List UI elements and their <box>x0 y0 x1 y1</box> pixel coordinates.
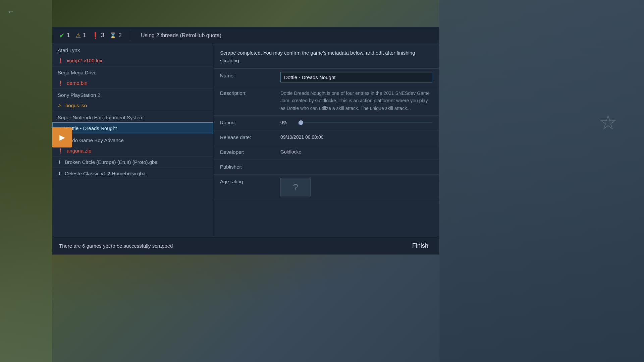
content-area: Atari Lynx ❗ xump2-v100.lnx Sega Mega Dr… <box>52 44 439 237</box>
game-label: Dottie - Dreads Nought <box>65 125 117 131</box>
list-item[interactable]: ⬇ Broken Circle (Europe) (En,It) (Proto)… <box>52 157 213 168</box>
error-icon: ❗ <box>58 58 63 63</box>
age-rating-label: Age rating: <box>220 178 280 184</box>
age-rating-row: Age rating: ? <box>213 175 439 200</box>
game-label: xump2-v100.lnx <box>67 58 102 63</box>
warning-count-item: ⚠ 1 <box>75 32 86 39</box>
rating-row: Rating: 0% <box>213 116 439 130</box>
platform-atari-lynx: Atari Lynx <box>52 44 213 55</box>
metadata-scroll[interactable]: Name: Description: Dottie Dreads Nought … <box>213 69 439 237</box>
error-icon: ❗ <box>58 148 63 154</box>
list-item[interactable]: ⬇ Celeste.Classic.v1.2.Homebrew.gba <box>52 168 213 179</box>
name-label: Name: <box>220 72 280 78</box>
error-count-item: ❗ 3 <box>92 32 104 39</box>
name-row: Name: <box>213 69 439 86</box>
game-label: anguna.zip <box>67 148 91 154</box>
name-input[interactable] <box>280 72 432 82</box>
game-label: Celeste.Classic.v1.2.Homebrew.gba <box>65 171 146 176</box>
platform-sony-ps2: Sony PlayStation 2 <box>52 89 213 100</box>
unknown-rating-icon: ? <box>293 180 298 194</box>
name-value <box>280 72 432 82</box>
status-message: Using 2 threads (RetroHub quota) <box>141 33 221 39</box>
background-right-art <box>439 0 644 362</box>
error-icon: ❗ <box>92 32 99 39</box>
game-label: demo.bin <box>67 80 88 86</box>
bottom-status-message: There are 6 games yet to be successfully… <box>59 243 173 249</box>
rating-control: 0% <box>280 119 432 126</box>
list-item[interactable]: ⚠ bogus.iso <box>52 100 213 111</box>
status-bar: ✔ 1 ⚠ 1 ❗ 3 ⌛ 2 Using 2 threads (RetroHu… <box>52 27 439 44</box>
finish-button[interactable]: Finish <box>408 240 432 251</box>
rating-slider[interactable] <box>298 122 432 123</box>
release-date-row: Release date: 09/10/2021 00:00:00 <box>213 130 439 145</box>
release-date-value: 09/10/2021 00:00:00 <box>280 134 432 141</box>
game-list: Atari Lynx ❗ xump2-v100.lnx Sega Mega Dr… <box>52 44 213 237</box>
platform-gba: Nintendo Game Boy Advance <box>52 134 213 145</box>
download-icon: ⬇ <box>58 171 61 176</box>
platform-snes: Super Nintendo Entertainment System <box>52 111 213 122</box>
age-rating-thumbnail: ? <box>280 178 311 196</box>
age-rating-value: ? <box>280 178 432 196</box>
developer-row: Developer: Goldlocke <box>213 145 439 160</box>
hourglass-count-item: ⌛ 2 <box>110 32 122 39</box>
check-count: 1 <box>67 32 70 39</box>
platform-sega-mega-drive: Sega Mega Drive <box>52 66 213 77</box>
success-count-item: ✔ 1 <box>59 32 70 40</box>
list-item[interactable]: ✔ Dottie - Dreads Nought <box>52 122 213 134</box>
game-label: Broken Circle (Europe) (En,It) (Proto).g… <box>65 159 158 165</box>
rating-thumb <box>299 120 303 125</box>
rating-percentage: 0% <box>280 119 294 126</box>
status-divider <box>130 31 130 41</box>
bottom-bar: There are 6 games yet to be successfully… <box>52 237 439 254</box>
description-row: Description: Dottie Dreads Nought is one… <box>213 86 439 116</box>
warning-icon: ⚠ <box>75 32 81 39</box>
developer-value: Goldlocke <box>280 148 432 156</box>
description-label: Description: <box>220 89 280 96</box>
error-icon: ❗ <box>58 80 63 86</box>
game-label: bogus.iso <box>65 103 87 108</box>
back-arrow-icon[interactable]: ← <box>7 7 15 16</box>
list-item[interactable]: ❗ xump2-v100.lnx <box>52 55 213 66</box>
background-play-button: ▶ <box>52 127 72 147</box>
error-count: 3 <box>101 32 104 39</box>
background-star-icon: ☆ <box>599 111 617 134</box>
list-item[interactable]: ❗ demo.bin <box>52 77 213 89</box>
detail-panel: Scrape completed. You may confirm the ga… <box>213 44 439 237</box>
rating-label: Rating: <box>220 119 280 125</box>
rating-value-area: 0% <box>280 119 432 126</box>
download-icon: ⬇ <box>58 160 61 165</box>
publisher-row: Publisher: <box>213 160 439 175</box>
list-item[interactable]: ❗ anguna.zip <box>52 145 213 157</box>
hourglass-icon: ⌛ <box>110 32 116 39</box>
warn-count: 1 <box>83 32 86 39</box>
scrape-message: Scrape completed. You may confirm the ga… <box>213 44 439 69</box>
publisher-label: Publisher: <box>220 163 280 170</box>
background-left-art <box>0 0 52 362</box>
hourglass-count: 2 <box>118 32 122 39</box>
description-value: Dottie Dreads Nought is one of four entr… <box>280 89 432 112</box>
main-dialog: ✔ 1 ⚠ 1 ❗ 3 ⌛ 2 Using 2 threads (RetroHu… <box>52 27 439 255</box>
release-date-label: Release date: <box>220 134 280 140</box>
check-icon: ✔ <box>59 32 65 40</box>
developer-label: Developer: <box>220 148 280 155</box>
warning-icon: ⚠ <box>58 103 62 108</box>
